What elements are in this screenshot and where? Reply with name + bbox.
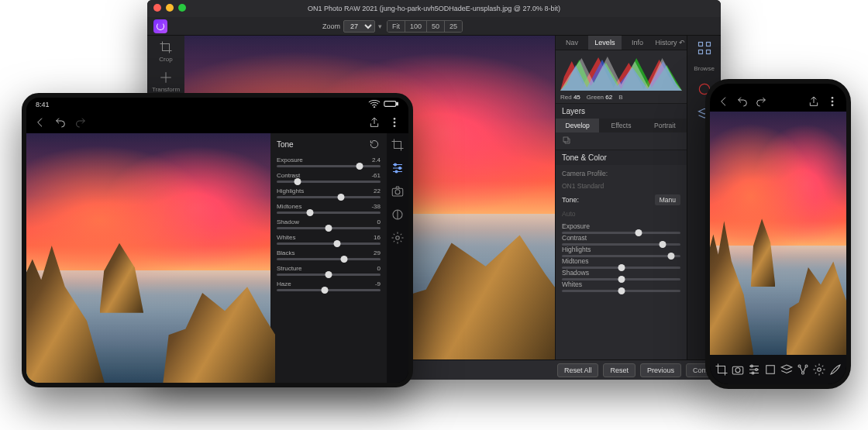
browse-label: Browse bbox=[694, 65, 715, 72]
svg-point-20 bbox=[832, 97, 833, 98]
tone-manual-button[interactable]: Manu bbox=[655, 194, 680, 205]
slider-track[interactable] bbox=[277, 227, 381, 229]
slider-track[interactable] bbox=[562, 232, 680, 234]
slider-thumb-icon[interactable] bbox=[341, 256, 348, 263]
browse-icon[interactable] bbox=[697, 40, 712, 56]
settings-icon[interactable] bbox=[391, 231, 405, 245]
tablet-statusbar: 8:41 bbox=[26, 98, 408, 112]
slider-track[interactable] bbox=[277, 273, 381, 276]
share-icon[interactable] bbox=[368, 116, 381, 129]
svg-point-21 bbox=[832, 101, 833, 102]
gear-icon[interactable] bbox=[812, 363, 826, 377]
reset-all-button[interactable]: Reset All bbox=[557, 363, 599, 377]
redo-icon[interactable] bbox=[74, 116, 87, 129]
slider-track[interactable] bbox=[277, 212, 381, 214]
tab-effects[interactable]: Effects bbox=[599, 119, 642, 132]
slider-thumb-icon[interactable] bbox=[306, 209, 313, 216]
brush-icon[interactable] bbox=[828, 363, 842, 377]
tablet-canvas[interactable] bbox=[26, 133, 270, 383]
tune-icon[interactable] bbox=[391, 161, 405, 175]
slider-thumb-icon[interactable] bbox=[356, 163, 363, 170]
slider-thumb-icon[interactable] bbox=[618, 287, 625, 294]
slider-track[interactable] bbox=[277, 243, 381, 245]
slider-contrast[interactable]: Contrast-61 bbox=[277, 172, 381, 183]
slider-exposure[interactable]: Exposure2.4 bbox=[277, 157, 381, 167]
slider-thumb-icon[interactable] bbox=[667, 253, 674, 260]
undo-icon[interactable] bbox=[54, 116, 67, 129]
stack-icon[interactable] bbox=[780, 363, 794, 377]
close-icon[interactable] bbox=[153, 4, 161, 12]
slider-midtones[interactable]: Midtones-38 bbox=[277, 203, 381, 214]
slider-haze[interactable]: Haze-9 bbox=[277, 280, 381, 291]
zoom-25-button[interactable]: 25 bbox=[445, 21, 462, 32]
slider-track[interactable] bbox=[277, 258, 381, 260]
slider-track[interactable] bbox=[562, 243, 680, 246]
slider-thumb-icon[interactable] bbox=[660, 241, 666, 248]
slider-thumb-icon[interactable] bbox=[636, 229, 642, 236]
slider-track[interactable] bbox=[277, 181, 381, 183]
phone-canvas[interactable] bbox=[710, 112, 846, 355]
slider-thumb-icon[interactable] bbox=[326, 271, 332, 278]
slider-track[interactable] bbox=[562, 267, 680, 269]
crop-icon[interactable] bbox=[391, 138, 405, 152]
minimize-icon[interactable] bbox=[166, 4, 174, 12]
undo-icon[interactable] bbox=[736, 95, 749, 108]
tab-history[interactable]: History ↶ bbox=[654, 36, 687, 50]
slider-thumb-icon[interactable] bbox=[294, 178, 301, 185]
zoom-select[interactable]: 27 bbox=[343, 20, 375, 33]
slider-contrast[interactable]: Contrast bbox=[562, 234, 680, 246]
slider-exposure[interactable]: Exposure bbox=[562, 222, 680, 234]
slider-track[interactable] bbox=[277, 289, 381, 291]
zoom-dropdown-icon[interactable]: ▾ bbox=[378, 22, 382, 30]
more-icon[interactable] bbox=[388, 116, 401, 129]
back-icon[interactable] bbox=[34, 116, 46, 129]
more-icon[interactable] bbox=[826, 95, 839, 108]
zoom-50-button[interactable]: 50 bbox=[427, 21, 445, 32]
transform-tool[interactable]: Transform bbox=[152, 71, 180, 93]
reset-icon[interactable] bbox=[368, 138, 381, 150]
nodes-icon[interactable] bbox=[796, 363, 810, 377]
slider-track[interactable] bbox=[277, 165, 381, 167]
svg-point-32 bbox=[817, 368, 821, 372]
slider-thumb-icon[interactable] bbox=[321, 287, 328, 294]
slider-structure[interactable]: Structure0 bbox=[277, 265, 381, 276]
svg-rect-8 bbox=[384, 101, 396, 107]
tab-develop[interactable]: Develop bbox=[556, 119, 599, 132]
slider-highlights[interactable]: Highlights22 bbox=[277, 187, 381, 198]
transform-icon bbox=[159, 71, 173, 84]
svg-point-12 bbox=[394, 126, 395, 127]
camera-icon[interactable] bbox=[391, 184, 405, 198]
tab-nav[interactable]: Nav bbox=[556, 36, 588, 50]
back-icon[interactable] bbox=[718, 95, 730, 108]
tune-icon[interactable] bbox=[747, 363, 761, 377]
slider-track[interactable] bbox=[562, 255, 680, 257]
previous-button[interactable]: Previous bbox=[640, 363, 681, 377]
slider-whites[interactable]: Whites16 bbox=[277, 234, 381, 245]
slider-shadow[interactable]: Shadow0 bbox=[277, 218, 381, 229]
tab-levels[interactable]: Levels bbox=[588, 36, 621, 50]
slider-track[interactable] bbox=[277, 196, 381, 198]
adjust-icon[interactable] bbox=[391, 208, 405, 222]
camera-icon[interactable] bbox=[731, 363, 745, 377]
crop-icon[interactable] bbox=[715, 363, 728, 377]
slider-thumb-icon[interactable] bbox=[326, 225, 332, 232]
slider-track[interactable] bbox=[562, 278, 680, 280]
tab-portrait[interactable]: Portrait bbox=[643, 119, 687, 132]
share-icon[interactable] bbox=[808, 95, 820, 108]
reset-button[interactable]: Reset bbox=[603, 363, 636, 377]
zoom-100-button[interactable]: 100 bbox=[405, 21, 427, 32]
crop-tool[interactable]: Crop bbox=[159, 40, 173, 63]
slider-thumb-icon[interactable] bbox=[333, 240, 340, 247]
slider-thumb-icon[interactable] bbox=[338, 194, 345, 201]
zoom-fit-button[interactable]: Fit bbox=[388, 21, 405, 32]
slider-thumb-icon[interactable] bbox=[618, 264, 625, 271]
slider-midtones[interactable]: Midtones bbox=[562, 257, 680, 269]
slider-thumb-icon[interactable] bbox=[618, 276, 625, 283]
tab-info[interactable]: Info bbox=[622, 36, 654, 50]
square-icon[interactable] bbox=[763, 363, 777, 377]
nav-tabs: Nav Levels Info History ↶ bbox=[556, 36, 687, 50]
slider-blacks[interactable]: Blacks29 bbox=[277, 249, 381, 260]
maximize-icon[interactable] bbox=[178, 4, 186, 12]
slider-track[interactable] bbox=[562, 290, 680, 292]
add-layer-button[interactable] bbox=[556, 132, 687, 150]
